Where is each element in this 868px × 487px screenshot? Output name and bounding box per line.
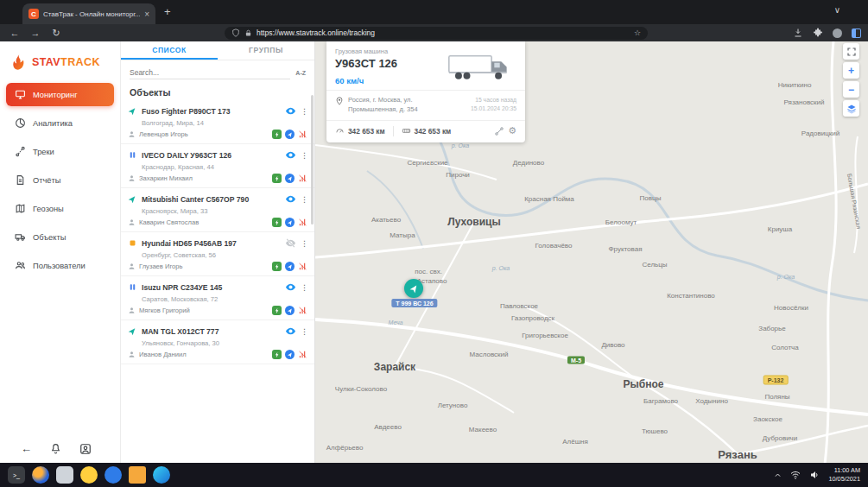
row-menu-icon[interactable]: ⋮ [301, 327, 307, 336]
url-text[interactable]: https://www.stavtrack.online/tracking [257, 28, 630, 37]
collapse-back-icon[interactable]: ← [21, 442, 32, 455]
movement-status-icon [128, 282, 137, 292]
row-menu-icon[interactable]: ⋮ [301, 283, 307, 292]
settings-gear-icon[interactable]: ⚙ [508, 126, 516, 136]
side-panel-icon[interactable] [852, 28, 861, 38]
map-place-label: Константиново [667, 292, 715, 300]
row-menu-icon[interactable]: ⋮ [301, 239, 307, 248]
signal-status-icon[interactable] [298, 130, 307, 139]
vehicle-row[interactable]: Hyundai HD65 Р456АВ 197⋮Оренбург, Советс… [121, 232, 314, 276]
navigation-status-icon[interactable] [285, 130, 295, 139]
ignition-status-icon[interactable] [272, 174, 282, 183]
sidebar-item-analytics[interactable]: Аналитика [0, 111, 120, 135]
signal-status-icon[interactable] [298, 306, 307, 315]
signal-status-icon[interactable] [298, 350, 307, 359]
mileage-total: 342 653 км [348, 127, 385, 136]
map-place-label: Повцы [640, 194, 662, 202]
driver-name: Иванов Даниил [139, 351, 269, 358]
url-bar[interactable]: https://www.stavtrack.online/tracking ☆ [225, 27, 648, 40]
tracking-shield-icon[interactable] [231, 28, 240, 37]
visibility-eye-icon[interactable] [285, 326, 296, 337]
panel-scrollbar[interactable] [311, 95, 314, 225]
terminal-app-icon[interactable]: >_ [8, 466, 25, 484]
ignition-status-icon[interactable] [272, 262, 282, 271]
ignition-status-icon[interactable] [272, 218, 282, 227]
browser-app-icon[interactable] [32, 466, 49, 484]
navigation-status-icon[interactable] [285, 262, 295, 271]
bookmark-star-icon[interactable]: ☆ [634, 28, 641, 37]
visibility-eye-icon[interactable] [285, 105, 296, 117]
vehicle-type-label: Грузовая машина [335, 47, 397, 55]
vehicle-row[interactable]: Fuso Fighter Р890СТ 173⋮Волгоград, Мира,… [121, 100, 314, 144]
sort-az-icon[interactable]: A-Z [295, 70, 306, 76]
map-place-label: р. Ока [777, 274, 795, 280]
site-favicon: С [29, 9, 39, 19]
sidebar-item-geozones[interactable]: Геозоны [0, 197, 120, 220]
extensions-icon[interactable] [813, 28, 823, 38]
profile-avatar[interactable] [833, 28, 842, 38]
driver-icon [128, 307, 136, 314]
signal-status-icon[interactable] [298, 174, 307, 183]
clock[interactable]: 11:00 AM 10/05/2021 [828, 466, 860, 484]
back-button[interactable]: ← [9, 28, 21, 38]
visibility-eye-icon[interactable] [285, 149, 296, 161]
vehicle-row[interactable]: IVECO DAILY У963СТ 126⋮Краснодар, Красна… [121, 144, 314, 188]
layers-icon[interactable] [843, 100, 859, 117]
zoom-in-button[interactable]: + [843, 62, 859, 79]
address-line-1: Россия, г. Москва, ул. [348, 96, 466, 105]
tab-list[interactable]: СПИСОК [121, 41, 218, 60]
row-menu-icon[interactable]: ⋮ [301, 195, 307, 204]
zoom-out-button[interactable]: − [843, 81, 859, 98]
sidebar-item-reports[interactable]: Отчёты [0, 168, 120, 192]
ignition-status-icon[interactable] [272, 130, 282, 139]
signal-status-icon[interactable] [298, 262, 307, 271]
search-input[interactable] [130, 66, 290, 79]
navigation-status-icon[interactable] [285, 218, 295, 227]
visibility-eye-icon[interactable] [285, 193, 296, 205]
ignition-status-icon[interactable] [272, 306, 282, 315]
theme-app-icon[interactable] [80, 466, 98, 484]
stavtrack-logo[interactable]: STAVTRACK [0, 41, 120, 78]
volume-icon[interactable] [809, 470, 820, 480]
fullscreen-icon[interactable] [843, 43, 859, 60]
vehicle-row[interactable]: Isuzu NPR С234УЕ 145⋮Саратов, Московская… [121, 276, 314, 320]
vehicle-row[interactable]: Mitsubishi Canter С567ОР 790⋮Красноярск,… [121, 188, 314, 232]
sidebar-item-users[interactable]: Пользователи [0, 254, 120, 277]
browser-tab[interactable]: С СтавТрак - Онлайн мониторг... × [22, 3, 155, 24]
os-taskbar: >_ 11:00 AM 10/05/2021 [0, 463, 868, 487]
download-icon[interactable] [793, 28, 803, 38]
edge-app-icon[interactable] [153, 466, 170, 484]
caret-up-icon[interactable] [774, 471, 782, 479]
signal-status-icon[interactable] [298, 218, 307, 227]
visibility-eye-icon[interactable] [285, 237, 296, 249]
visibility-eye-icon[interactable] [285, 281, 296, 293]
wifi-icon[interactable] [790, 470, 801, 480]
map-canvas[interactable]: НикиткиноРязановскийРадовицкийСергиевски… [315, 41, 868, 463]
notifications-bell-icon[interactable] [50, 443, 61, 454]
tab-groups[interactable]: ГРУППЫ [218, 41, 314, 60]
navigation-status-icon[interactable] [285, 174, 295, 183]
row-menu-icon[interactable]: ⋮ [301, 151, 307, 160]
files-app-icon[interactable] [56, 466, 73, 484]
account-icon[interactable] [79, 443, 92, 455]
ignition-status-icon[interactable] [272, 350, 282, 359]
navigation-status-icon[interactable] [285, 350, 295, 359]
map-place-label: Заокское [753, 415, 782, 423]
new-tab-button[interactable]: + [164, 5, 171, 18]
sidebar-item-monitoring[interactable]: Мониторинг [6, 83, 114, 106]
tab-close-icon[interactable]: × [144, 9, 149, 19]
map-place-label: Летуново [438, 402, 468, 409]
forward-button[interactable]: → [29, 28, 41, 38]
sidebar-item-tracks[interactable]: Треки [0, 140, 120, 163]
vehicle-row[interactable]: MAN TGL Х012СТ 777⋮Ульяновск, Гончарова,… [121, 320, 314, 364]
navigation-status-icon[interactable] [285, 306, 295, 315]
vehicle-marker[interactable] [404, 279, 423, 298]
row-menu-icon[interactable]: ⋮ [301, 107, 307, 116]
reload-button[interactable]: ↻ [50, 28, 62, 39]
folder-app-icon[interactable] [129, 466, 146, 484]
sidebar-item-objects[interactable]: Объекты [0, 225, 120, 249]
marker-plate-label[interactable]: Т 999 ВС 126 [391, 299, 437, 307]
window-chevron-icon[interactable]: ∨ [834, 5, 840, 15]
route-icon[interactable] [494, 126, 504, 136]
chat-app-icon[interactable] [105, 466, 122, 484]
